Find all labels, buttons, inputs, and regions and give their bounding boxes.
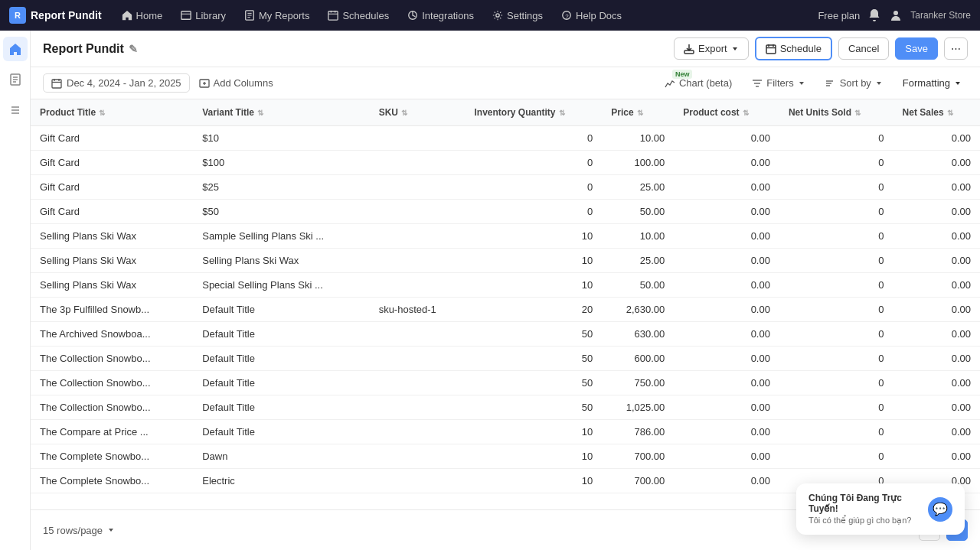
col-product-cost[interactable]: Product cost ⇅ — [674, 99, 779, 126]
sidebar-icon-reports[interactable] — [3, 67, 28, 92]
filter-icon — [752, 78, 763, 89]
table-row: The Archived Snowboa...Default Title5063… — [31, 322, 980, 347]
table-cell: 0 — [779, 371, 893, 395]
sidebar-icon-list[interactable] — [3, 98, 28, 122]
chart-icon — [665, 78, 675, 89]
nav-schedules[interactable]: Schedules — [320, 7, 397, 24]
toolbar: Report Pundit ✎ Export Schedule Cancel S… — [31, 31, 980, 67]
brand-name: Report Pundit — [31, 9, 102, 21]
table-cell: 0 — [779, 298, 893, 322]
table-row: The Collection Snowbo...Default Title507… — [31, 371, 980, 395]
nav-integrations[interactable]: Integrations — [400, 7, 482, 24]
rows-per-page-chevron-icon — [107, 526, 115, 534]
table-cell: 0.00 — [674, 249, 779, 273]
sidebar — [0, 31, 31, 550]
data-table-container: Product Title ⇅ Variant Title ⇅ — [31, 99, 980, 509]
user-icon[interactable] — [889, 8, 903, 22]
date-range-text: Dec 4, 2024 - Jan 2, 2025 — [67, 77, 181, 89]
chart-container: New Chart (beta) — [658, 74, 738, 92]
table-cell: 0 — [779, 151, 893, 175]
chat-avatar-icon[interactable]: 💬 — [928, 497, 952, 522]
table-cell: Selling Plans Ski Wax — [31, 224, 193, 249]
table-cell: 10 — [465, 469, 602, 493]
table-cell: 50 — [465, 322, 602, 347]
chart-button[interactable]: Chart (beta) — [658, 74, 738, 92]
save-button[interactable]: Save — [895, 37, 938, 60]
edit-icon[interactable]: ✎ — [129, 43, 138, 55]
filters-button[interactable]: Filters — [746, 74, 811, 92]
table-cell — [370, 469, 466, 493]
cancel-button[interactable]: Cancel — [838, 37, 889, 60]
schedule-button[interactable]: Schedule — [755, 37, 832, 60]
table-cell: 25.00 — [602, 249, 674, 273]
schedule-icon — [328, 10, 338, 21]
sort-icon-net-units-sold: ⇅ — [854, 109, 861, 117]
table-cell: 0 — [779, 444, 893, 469]
table-cell: 0.00 — [674, 298, 779, 322]
brand-logo[interactable]: R Report Pundit — [9, 7, 102, 24]
col-net-sales[interactable]: Net Sales ⇅ — [893, 99, 980, 126]
sort-icon-net-sales: ⇅ — [947, 109, 953, 117]
table-cell: The Collection Snowbo... — [31, 371, 193, 395]
table-cell — [370, 200, 466, 224]
svg-point-14 — [893, 11, 898, 15]
svg-text:?: ? — [565, 13, 569, 20]
add-columns-button[interactable]: Add Columns — [199, 77, 273, 89]
table-cell: 0 — [779, 395, 893, 420]
table-cell: 786.00 — [602, 420, 674, 444]
rows-per-page-selector[interactable]: 15 rows/page — [43, 525, 115, 536]
table-cell: 0 — [779, 249, 893, 273]
col-variant-title[interactable]: Variant Title ⇅ — [193, 99, 369, 126]
table-cell: Default Title — [193, 347, 369, 371]
date-range-picker[interactable]: Dec 4, 2024 - Jan 2, 2025 — [43, 73, 190, 93]
nav-help-docs[interactable]: ? Help Docs — [554, 7, 629, 24]
col-net-units-sold[interactable]: Net Units Sold ⇅ — [779, 99, 893, 126]
table-cell: 10 — [465, 273, 602, 298]
table-cell: 0 — [465, 200, 602, 224]
chat-widget[interactable]: Chúng Tôi Đang Trực Tuyến! Tôi có thể gi… — [796, 483, 965, 535]
table-cell — [370, 151, 466, 175]
sort-button[interactable]: Sort by — [819, 74, 889, 92]
col-sku[interactable]: SKU ⇅ — [370, 99, 466, 126]
table-cell: $100 — [193, 151, 369, 175]
col-inventory-qty[interactable]: Inventory Quantity ⇅ — [465, 99, 602, 126]
table-cell: $10 — [193, 126, 369, 151]
table-cell: sku-hosted-1 — [370, 298, 466, 322]
bell-icon[interactable] — [867, 8, 881, 22]
table-cell: 0.00 — [674, 126, 779, 151]
more-options-button[interactable]: ⋯ — [944, 37, 968, 60]
table-cell: 0.00 — [893, 371, 980, 395]
home-icon — [122, 10, 132, 21]
table-cell: 0 — [779, 175, 893, 200]
nav-my-reports[interactable]: My Reports — [237, 7, 317, 24]
nav-settings[interactable]: Settings — [485, 7, 550, 24]
sub-toolbar-right: New Chart (beta) Filters Sort by — [658, 74, 968, 92]
table-cell: Default Title — [193, 420, 369, 444]
table-cell: Default Title — [193, 298, 369, 322]
table-cell — [370, 126, 466, 151]
table-cell — [370, 371, 466, 395]
col-price[interactable]: Price ⇅ — [602, 99, 674, 126]
table-cell: Gift Card — [31, 151, 193, 175]
table-cell: 50 — [465, 395, 602, 420]
layout: Report Pundit ✎ Export Schedule Cancel S… — [0, 31, 980, 550]
table-cell — [370, 347, 466, 371]
table-cell: 0.00 — [674, 444, 779, 469]
col-product-title[interactable]: Product Title ⇅ — [31, 99, 193, 126]
export-button[interactable]: Export — [674, 37, 749, 60]
table-cell: 0.00 — [893, 151, 980, 175]
sidebar-icon-home[interactable] — [3, 37, 28, 61]
reports-icon — [244, 10, 255, 21]
table-cell: 25.00 — [602, 175, 674, 200]
table-cell — [370, 273, 466, 298]
table-cell: 10.00 — [602, 126, 674, 151]
nav-home[interactable]: Home — [114, 7, 171, 24]
formatting-chevron-icon — [954, 80, 962, 87]
table-cell: 50.00 — [602, 200, 674, 224]
main-content: Report Pundit ✎ Export Schedule Cancel S… — [31, 31, 980, 550]
nav-library[interactable]: Library — [173, 7, 234, 24]
table-cell — [370, 224, 466, 249]
table-cell: Gift Card — [31, 175, 193, 200]
table-cell: 0.00 — [674, 200, 779, 224]
formatting-button[interactable]: Formatting — [897, 74, 968, 92]
